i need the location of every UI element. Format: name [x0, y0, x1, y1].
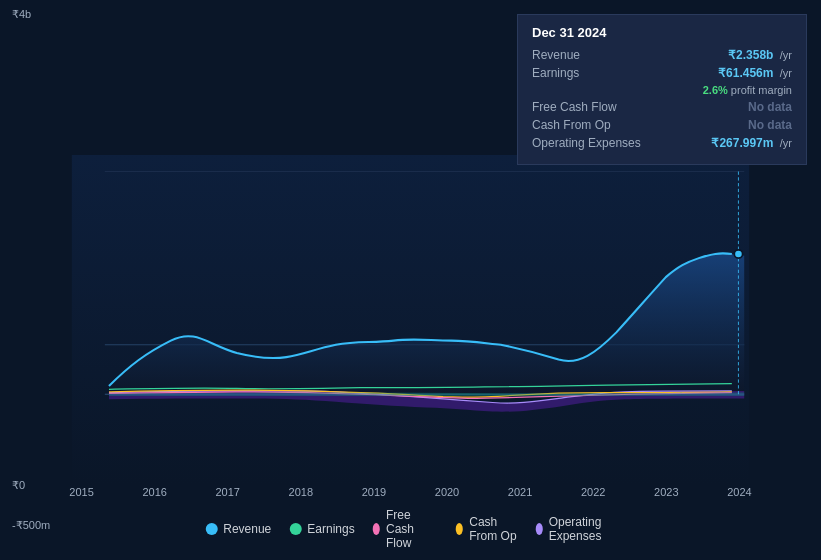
tooltip-label-earnings: Earnings — [532, 66, 642, 80]
x-label-2015: 2015 — [69, 486, 93, 498]
legend-label-fcf: Free Cash Flow — [386, 508, 438, 550]
profit-margin-pct: 2.6% — [703, 84, 728, 96]
legend-dot-cashfromop — [456, 523, 463, 535]
tooltip-label-fcf: Free Cash Flow — [532, 100, 642, 114]
tooltip-panel: Dec 31 2024 Revenue ₹2.358b /yr Earnings… — [517, 14, 807, 165]
legend-label-earnings: Earnings — [307, 522, 354, 536]
y-axis-label-neg500m: -₹500m — [12, 519, 50, 532]
tooltip-value-opex: ₹267.997m — [711, 136, 773, 150]
tooltip-date: Dec 31 2024 — [532, 25, 792, 40]
tooltip-unit-earnings: /yr — [780, 67, 792, 79]
tooltip-profit-margin: 2.6% profit margin — [703, 84, 792, 96]
tooltip-unit-revenue: /yr — [780, 49, 792, 61]
x-axis: 2015 2016 2017 2018 2019 2020 2021 2022 … — [0, 486, 821, 498]
legend: Revenue Earnings Free Cash Flow Cash Fro… — [205, 508, 616, 550]
legend-dot-opex — [535, 523, 542, 535]
legend-item-revenue[interactable]: Revenue — [205, 522, 271, 536]
tooltip-row-earnings: Earnings ₹61.456m /yr — [532, 66, 792, 80]
tooltip-value-fcf: No data — [748, 100, 792, 114]
tooltip-row-opex: Operating Expenses ₹267.997m /yr — [532, 136, 792, 150]
legend-dot-earnings — [289, 523, 301, 535]
tooltip-value-earnings: ₹61.456m — [718, 66, 773, 80]
legend-item-earnings[interactable]: Earnings — [289, 522, 354, 536]
tooltip-value-revenue: ₹2.358b — [728, 48, 773, 62]
tooltip-label-revenue: Revenue — [532, 48, 642, 62]
legend-dot-fcf — [373, 523, 380, 535]
x-label-2016: 2016 — [142, 486, 166, 498]
y-axis-label-4b: ₹4b — [12, 8, 31, 21]
legend-item-fcf[interactable]: Free Cash Flow — [373, 508, 438, 550]
tooltip-row-fcf: Free Cash Flow No data — [532, 100, 792, 114]
tooltip-value-cashfromop: No data — [748, 118, 792, 132]
tooltip-row-revenue: Revenue ₹2.358b /yr — [532, 48, 792, 62]
x-label-2022: 2022 — [581, 486, 605, 498]
tooltip-row-cashfromop: Cash From Op No data — [532, 118, 792, 132]
tooltip-unit-opex: /yr — [780, 137, 792, 149]
legend-label-cashfromop: Cash From Op — [469, 515, 517, 543]
legend-label-opex: Operating Expenses — [549, 515, 616, 543]
chart-svg — [0, 155, 821, 485]
legend-item-opex[interactable]: Operating Expenses — [535, 515, 615, 543]
tooltip-label-cashfromop: Cash From Op — [532, 118, 642, 132]
tooltip-label-opex: Operating Expenses — [532, 136, 642, 150]
x-label-2017: 2017 — [215, 486, 239, 498]
x-label-2019: 2019 — [362, 486, 386, 498]
legend-dot-revenue — [205, 523, 217, 535]
x-label-2023: 2023 — [654, 486, 678, 498]
legend-item-cashfromop[interactable]: Cash From Op — [456, 515, 517, 543]
x-label-2020: 2020 — [435, 486, 459, 498]
svg-point-6 — [734, 250, 742, 258]
tooltip-row-profit-margin: 2.6% profit margin — [532, 84, 792, 96]
x-label-2021: 2021 — [508, 486, 532, 498]
x-label-2018: 2018 — [289, 486, 313, 498]
x-label-2024: 2024 — [727, 486, 751, 498]
legend-label-revenue: Revenue — [223, 522, 271, 536]
